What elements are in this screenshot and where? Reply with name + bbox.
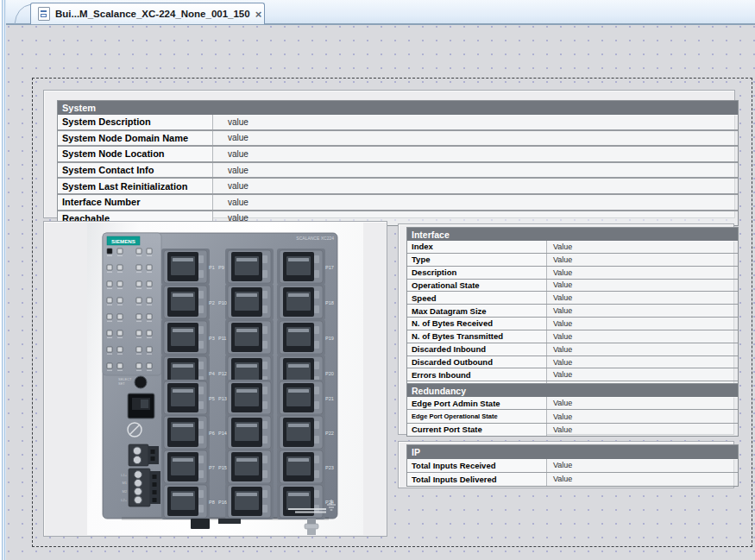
interface-table[interactable]: InterfaceIndexValueTypeValueDescriptionV…: [406, 227, 739, 394]
table-row[interactable]: System Node Locationvalue: [58, 147, 738, 163]
led-indicator: [136, 347, 142, 352]
led-micro-label: [107, 255, 112, 256]
row-value: Value: [547, 424, 738, 436]
screen-editor-canvas[interactable]: SystemSystem DescriptionvalueSystem Node…: [6, 25, 755, 560]
row-label: Total Inputs Delivered: [407, 473, 547, 486]
table-row[interactable]: System Last Reinitializationvalue: [58, 179, 738, 195]
row-label: System Contact Info: [58, 163, 213, 178]
system-table[interactable]: SystemSystem DescriptionvalueSystem Node…: [57, 100, 739, 226]
port-clip: [198, 255, 204, 263]
led-micro-label: [117, 288, 123, 289]
table-row[interactable]: System Descriptionvalue: [58, 115, 738, 131]
port-clip: [314, 456, 319, 463]
led-indicator: [136, 363, 142, 368]
port-clip: [314, 436, 319, 444]
table-row[interactable]: Total Inputs DeliveredValue: [407, 473, 738, 486]
system-panel[interactable]: SystemSystem DescriptionvalueSystem Node…: [43, 90, 735, 218]
ip-panel[interactable]: IPTotal Inputs ReceivedValueTotal Inputs…: [398, 441, 734, 488]
table-row[interactable]: IndexValue: [407, 241, 738, 254]
port-label: P19: [325, 336, 334, 341]
table-row[interactable]: Max Datagram SizeValue: [407, 305, 738, 318]
table-row[interactable]: Interface Numbervalue: [58, 195, 738, 211]
row-label: Errors Inbound: [407, 368, 547, 381]
port-clip: [314, 255, 319, 263]
port-clip: [262, 305, 267, 313]
table-row[interactable]: N. of Bytes TransmittedValue: [407, 330, 738, 343]
rj45-pins: [288, 329, 309, 332]
port-clip: [262, 421, 267, 429]
set-label: SET: [118, 381, 125, 386]
redundancy-table[interactable]: RedundancyEdge Port Admin StateValueEdge…: [406, 383, 739, 437]
table-row[interactable]: Total Inputs ReceivedValue: [407, 459, 738, 473]
port-clip: [314, 401, 319, 409]
row-value: value: [213, 179, 738, 193]
row-label: Interface Number: [58, 195, 213, 210]
port-clip: [314, 270, 319, 278]
led-micro-label: [136, 305, 142, 305]
led-micro-label: [136, 321, 142, 322]
port-label: P1: [209, 265, 215, 270]
ip-table[interactable]: IPTotal Inputs ReceivedValueTotal Inputs…: [406, 444, 739, 487]
table-row[interactable]: Discarded InboundValue: [407, 343, 738, 356]
table-row[interactable]: Edge Port Admin StateValue: [407, 397, 738, 410]
table-row[interactable]: Errors InboundValue: [407, 368, 738, 381]
led-indicator: [107, 298, 112, 303]
terminal-label: M1: [122, 481, 127, 485]
table-row[interactable]: SpeedValue: [407, 292, 738, 305]
led-micro-label: [136, 370, 142, 371]
port-label: P17: [325, 265, 334, 270]
table-row[interactable]: DescriptionValue: [407, 267, 738, 280]
led-micro-label: [136, 272, 142, 273]
table-row[interactable]: Edge Port Operational StateValue: [407, 410, 738, 423]
led-micro-label: [147, 305, 152, 305]
interface-panel[interactable]: InterfaceIndexValueTypeValueDescriptionV…: [398, 223, 734, 435]
select-button: [135, 376, 147, 388]
rj45-pins: [173, 458, 193, 462]
part-number-text2: [295, 512, 326, 513]
terminal-label: L2+: [121, 498, 127, 502]
port-clip: [198, 362, 204, 369]
table-row[interactable]: TypeValue: [407, 254, 738, 267]
led-micro-label: [147, 370, 152, 371]
led-indicator: [136, 265, 142, 270]
port-clip: [262, 255, 267, 263]
led-micro-label: [147, 337, 152, 338]
table-row[interactable]: N. of Bytes ReceivedValue: [407, 318, 738, 330]
led-indicator: [147, 265, 152, 270]
device-panel[interactable]: SIEMENS SCALANCE XC224 P1P9P17P2P10P18P3…: [43, 221, 387, 537]
table-row[interactable]: System Contact Infovalue: [58, 163, 738, 179]
scalance-device-image[interactable]: SIEMENS SCALANCE XC224 P1P9P17P2P10P18P3…: [87, 223, 363, 535]
close-icon[interactable]: ×: [255, 9, 262, 20]
rj45-pins: [288, 424, 309, 427]
table-row[interactable]: Discarded OutboundValue: [407, 356, 738, 369]
table-header: System: [58, 100, 738, 115]
led-micro-label: [117, 337, 123, 338]
led-indicator: [117, 249, 123, 254]
table-row[interactable]: Operational StateValue: [407, 280, 738, 293]
row-value: value: [213, 115, 738, 129]
port-label: P14: [218, 431, 227, 436]
tab-scalance-screen[interactable]: Bui...M_Scalance_XC-224_None_001_150 ×: [30, 3, 265, 24]
terminal-side-block: [148, 446, 159, 464]
rj45-pins: [173, 493, 193, 496]
port-clip: [198, 291, 204, 299]
row-value: Value: [547, 292, 738, 304]
led-micro-label: [107, 305, 112, 305]
port-clip: [262, 490, 267, 498]
row-value: Value: [547, 280, 738, 292]
led-micro-label: [117, 370, 123, 371]
port-clip: [198, 436, 204, 444]
port-clip: [262, 270, 267, 278]
port-clip: [198, 490, 204, 498]
rj45-pins: [236, 424, 257, 427]
port-label: P12: [218, 371, 227, 376]
table-row[interactable]: System Node Domain Namevalue: [58, 131, 738, 148]
port-clip: [262, 401, 267, 409]
led-indicator: [117, 265, 123, 270]
din-clip: [191, 519, 210, 529]
console-port-pins: [141, 400, 148, 408]
table-header: Interface: [407, 227, 738, 241]
table-row[interactable]: Current Port StateValue: [407, 424, 738, 436]
led-indicator: [117, 363, 123, 368]
led-micro-label: [117, 354, 123, 355]
